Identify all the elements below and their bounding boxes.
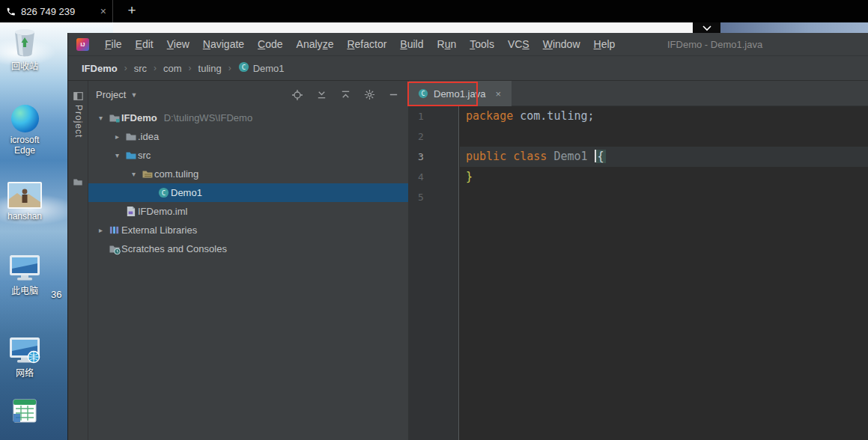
menu-label-part: avigate: [210, 38, 244, 50]
close-icon[interactable]: ×: [495, 88, 501, 100]
folder-icon: [124, 131, 138, 143]
menu-label-part: R: [347, 38, 354, 50]
tree-item-com-tuling[interactable]: ▾com.tuling: [88, 165, 408, 183]
tree-item-path: D:\tulingWS\IFDemo: [164, 112, 252, 123]
code-token: public class: [466, 150, 553, 163]
browser-tab[interactable]: 826 749 239 ×: [0, 0, 113, 22]
tree-chevron-icon[interactable]: ▸: [94, 226, 107, 234]
menu-tools[interactable]: Tools: [463, 38, 501, 50]
menu-view[interactable]: View: [160, 38, 196, 50]
tree-item-label: IFDemo.iml: [138, 206, 187, 217]
menu-analyze[interactable]: Analyze: [290, 38, 341, 50]
menu-label-part: iew: [174, 38, 189, 50]
tree-item--idea[interactable]: ▸.idea: [88, 127, 408, 146]
menu-code[interactable]: Code: [251, 38, 289, 50]
menu-edit[interactable]: Edit: [129, 38, 160, 50]
breadcrumb-separator: ›: [119, 63, 133, 73]
idea-window: IJ FileEditViewNavigateCodeAnalyzeRefact…: [67, 33, 868, 440]
tree-item-scratches-and-consoles[interactable]: Scratches and Consoles: [88, 239, 408, 258]
menu-label-part: H: [594, 38, 601, 50]
photo-icon: [7, 182, 42, 209]
menu-vcs[interactable]: VCS: [501, 38, 536, 50]
tab-close-icon[interactable]: ×: [100, 5, 106, 17]
code-token: com.tuling;: [520, 109, 594, 123]
browser-tab-bar: 826 749 239 × +: [0, 0, 868, 22]
breadcrumb-label: com: [163, 63, 182, 74]
editor-tab-demo1[interactable]: C Demo1.java ×: [409, 81, 512, 106]
menu-window[interactable]: Window: [536, 38, 587, 50]
network-icon: [9, 337, 40, 364]
menu-label-part: z: [323, 38, 328, 50]
tree-chevron-icon[interactable]: ▾: [111, 151, 124, 159]
editor-tab-bar: C Demo1.java ×: [409, 81, 868, 106]
code-line: }: [460, 167, 868, 187]
chevron-down-icon[interactable]: ▼: [130, 91, 137, 99]
desktop-icon-edge[interactable]: icrosoft Edge: [1, 105, 48, 156]
breadcrumb-item-ifdemo[interactable]: IFDemo: [80, 63, 119, 74]
desktop-icon-recycle-bin[interactable]: 回收站: [1, 27, 48, 72]
menu-help[interactable]: Help: [587, 38, 622, 50]
tree-item-ifdemo-iml[interactable]: IFDemo.iml: [88, 202, 408, 221]
tree-item-src[interactable]: ▾src: [88, 146, 408, 165]
tree-chevron-icon[interactable]: ▸: [111, 132, 124, 141]
collapse-chevron-box[interactable]: [693, 22, 720, 34]
line-number: 2: [409, 126, 458, 147]
new-tab-button[interactable]: +: [121, 0, 142, 22]
breadcrumb-item-src[interactable]: src: [133, 63, 148, 74]
tree-chevron-icon[interactable]: ▾: [94, 114, 107, 122]
computer-icon: [9, 254, 40, 281]
tool-window-bar: Project: [68, 81, 88, 440]
menu-file[interactable]: File: [98, 38, 129, 50]
menu-label-part: C: [258, 38, 265, 50]
desktop-icon-label: 此电脑: [11, 286, 38, 296]
breadcrumb-item-tuling[interactable]: tuling: [197, 63, 223, 74]
menu-navigate[interactable]: Navigate: [196, 38, 251, 50]
menu-label-part: B: [400, 38, 407, 50]
project-panel-title[interactable]: Project: [96, 89, 126, 100]
desktop-icon-label: hanshan: [7, 211, 42, 221]
breadcrumb-label: Demo1: [253, 63, 285, 74]
tree-chevron-icon[interactable]: ▾: [127, 170, 140, 178]
settings-gear-icon[interactable]: [364, 89, 375, 100]
spreadsheet-icon: [13, 399, 37, 423]
desktop-icon-this-pc[interactable]: 此电脑: [1, 254, 48, 296]
tree-item-demo1[interactable]: CDemo1: [88, 183, 408, 202]
hide-panel-icon[interactable]: [388, 89, 399, 100]
menu-label-part: uild: [407, 38, 424, 50]
desktop-icon-label: icrosoft Edge: [10, 135, 40, 156]
tree-item-label: Scratches and Consoles: [121, 243, 227, 254]
desktop-icon-spreadsheet[interactable]: [1, 399, 48, 425]
tree-item-ifdemo[interactable]: ▾IFDemoD:\tulingWS\IFDemo: [88, 109, 408, 127]
tree-item-external-libraries[interactable]: ▸External Libraries: [88, 221, 408, 239]
project-panel: Project ▼ ▾IFDemoD:\tulingWS\IFDemo▸.ide…: [88, 81, 409, 440]
breadcrumb-label: IFDemo: [82, 63, 118, 74]
code-area[interactable]: package com.tuling;public class Demo1 {}: [460, 106, 868, 207]
desktop-icon-label: 回收站: [11, 61, 38, 72]
menu-refactor[interactable]: Refactor: [340, 38, 393, 50]
tool-window-tab-project[interactable]: Project: [68, 91, 88, 138]
code-line: [460, 187, 868, 207]
breadcrumb-item-com[interactable]: com: [162, 63, 183, 74]
breadcrumb-label: src: [134, 63, 147, 74]
favorites-toolwindow-icon[interactable]: [73, 177, 83, 187]
breadcrumb-separator: ›: [223, 63, 237, 73]
project-folder-icon: [107, 112, 121, 124]
background-titlebar-strip: [720, 22, 868, 34]
editor-gutter[interactable]: 12345: [409, 106, 459, 440]
collapse-all-icon[interactable]: [340, 89, 351, 100]
desktop-icon-network[interactable]: 网络: [1, 337, 48, 379]
desktop-icon-photo[interactable]: hanshan: [1, 182, 48, 221]
source-folder-icon: [124, 150, 138, 162]
desktop-partial-label: 36: [51, 289, 61, 300]
svg-text:C: C: [241, 64, 245, 71]
breadcrumb-item-demo1[interactable]: CDemo1: [237, 61, 286, 75]
project-panel-header: Project ▼: [88, 81, 408, 109]
expand-icon[interactable]: [316, 89, 327, 100]
breadcrumb-separator: ›: [148, 63, 162, 73]
menu-build[interactable]: Build: [393, 38, 430, 50]
menu-run[interactable]: Run: [431, 38, 464, 50]
locate-icon[interactable]: [291, 89, 303, 101]
line-number: 3: [409, 147, 458, 167]
menu-label-part: N: [203, 38, 210, 50]
scratches-icon: [107, 243, 121, 255]
